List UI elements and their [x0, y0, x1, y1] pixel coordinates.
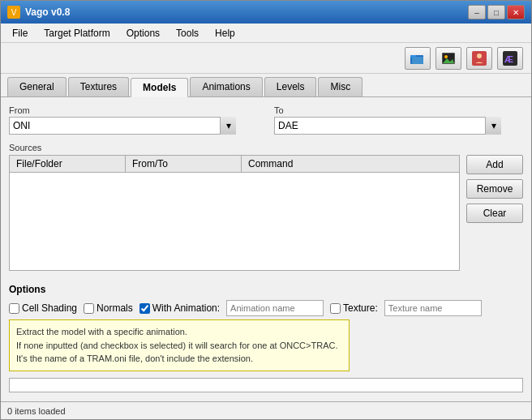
progress-bar — [9, 378, 523, 392]
add-button[interactable]: Add — [466, 155, 523, 174]
status-text: 0 items loaded — [7, 406, 66, 416]
sources-table: File/Folder From/To Command — [9, 155, 460, 271]
svg-point-5 — [444, 55, 448, 58]
main-window: V Vago v0.8 – □ ✕ File Target Platform O… — [0, 0, 532, 420]
tab-textures[interactable]: Textures — [68, 77, 129, 96]
remove-button[interactable]: Remove — [466, 179, 523, 199]
tab-general[interactable]: General — [7, 77, 66, 96]
with-animation-label: With Animation: — [152, 302, 220, 314]
models-tab-content: From ONI ▾ To DAE ▾ — [1, 97, 531, 419]
menu-tools[interactable]: Tools — [168, 26, 207, 41]
menu-bar: File Target Platform Options Tools Help — [1, 24, 531, 43]
tooltip-line3: It's the name of a TRAM.oni file, don't … — [16, 352, 342, 366]
tooltip-box: Extract the model with a specific animat… — [9, 319, 350, 371]
tooltip-line2: If none inputted (and checkbox is select… — [16, 339, 342, 353]
close-button[interactable]: ✕ — [507, 5, 525, 19]
tooltip-line1: Extract the model with a specific animat… — [16, 325, 342, 339]
toolbar: Æ — [1, 43, 531, 74]
ae-icon[interactable]: Æ — [497, 47, 523, 70]
cell-shading-checkbox[interactable] — [9, 303, 19, 314]
svg-point-8 — [477, 54, 482, 58]
menu-target-platform[interactable]: Target Platform — [36, 26, 118, 41]
minimize-button[interactable]: – — [468, 5, 486, 19]
status-bar: 0 items loaded — [1, 401, 531, 419]
to-label: To — [274, 105, 523, 115]
content-area: General Textures Models Animations Level… — [1, 74, 531, 419]
app-icon: V — [7, 6, 20, 19]
title-bar-left: V Vago v0.8 — [7, 6, 70, 19]
col-file-folder: File/Folder — [10, 156, 126, 172]
from-to-row: From ONI ▾ To DAE ▾ — [9, 105, 523, 135]
from-group: From ONI ▾ — [9, 105, 258, 135]
normals-checkbox[interactable] — [84, 303, 94, 314]
to-dropdown[interactable]: DAE — [274, 117, 501, 135]
svg-text:Æ: Æ — [504, 54, 513, 64]
window-title: Vago v0.8 — [25, 6, 70, 18]
col-from-to: From/To — [126, 156, 242, 172]
cell-shading-checkbox-label[interactable]: Cell Shading — [9, 302, 77, 314]
svg-rect-2 — [412, 57, 423, 64]
col-command: Command — [242, 156, 459, 172]
texture-checkbox-label[interactable]: Texture: — [330, 302, 378, 314]
options-row: Cell Shading Normals With Animation: Tex… — [9, 300, 523, 316]
to-group: To DAE ▾ — [274, 105, 523, 135]
tab-levels[interactable]: Levels — [264, 77, 317, 96]
cell-shading-label: Cell Shading — [22, 302, 77, 314]
texture-name-input[interactable] — [384, 300, 482, 316]
from-label: From — [9, 105, 258, 115]
tab-bar: General Textures Models Animations Level… — [1, 74, 531, 97]
side-buttons: Add Remove Clear — [466, 155, 523, 223]
clear-button[interactable]: Clear — [466, 204, 523, 223]
menu-options[interactable]: Options — [118, 26, 168, 41]
options-section: Options Cell Shading Normals With Animat… — [9, 284, 523, 392]
folder-open-icon[interactable] — [405, 47, 431, 70]
normals-checkbox-label[interactable]: Normals — [84, 302, 133, 314]
tab-animations[interactable]: Animations — [190, 77, 262, 96]
sources-section-label: Sources — [9, 143, 523, 152]
options-label: Options — [9, 284, 523, 295]
tab-misc[interactable]: Misc — [318, 77, 363, 96]
normals-label: Normals — [97, 302, 133, 314]
window-controls: – □ ✕ — [468, 5, 525, 19]
image-icon[interactable] — [435, 47, 461, 70]
from-dropdown[interactable]: ONI — [9, 117, 236, 135]
sources-area: File/Folder From/To Command — [9, 155, 460, 271]
animation-name-input[interactable] — [226, 300, 324, 316]
menu-file[interactable]: File — [4, 26, 36, 41]
avatar-icon[interactable] — [466, 47, 492, 70]
with-animation-checkbox[interactable] — [139, 303, 150, 314]
sources-row: File/Folder From/To Command Add Remove C… — [9, 155, 523, 271]
sources-body — [10, 173, 459, 270]
title-bar: V Vago v0.8 – □ ✕ — [1, 1, 531, 24]
tab-models[interactable]: Models — [131, 78, 188, 97]
menu-help[interactable]: Help — [207, 26, 243, 41]
maximize-button[interactable]: □ — [487, 5, 505, 19]
sources-header: File/Folder From/To Command — [10, 156, 459, 173]
texture-checkbox[interactable] — [330, 303, 341, 314]
with-animation-checkbox-label[interactable]: With Animation: — [139, 302, 220, 314]
texture-label: Texture: — [343, 302, 378, 314]
